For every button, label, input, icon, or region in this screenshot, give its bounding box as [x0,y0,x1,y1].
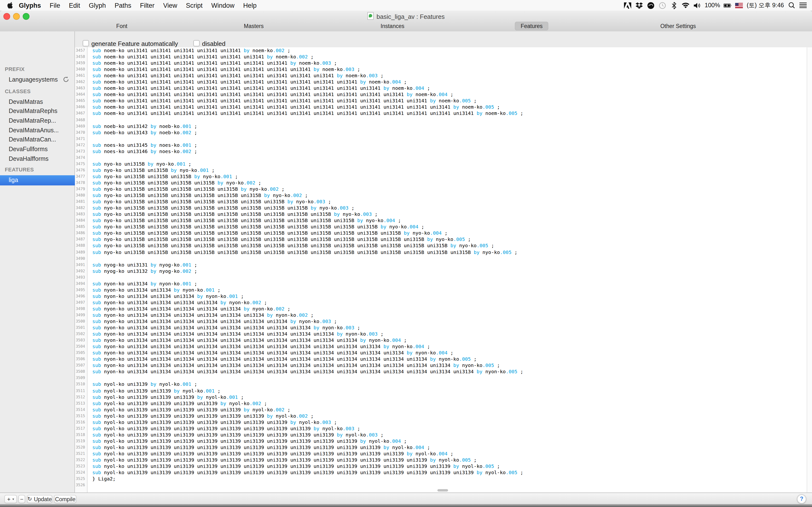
refresh-icon[interactable] [63,76,70,83]
menu-item-glyphs[interactable]: Glyphs [14,2,45,9]
add-feature-button[interactable]: + ▾ [4,495,17,503]
code-line: sub noeb-ko uni3143 by noeb-ko.002 ; [92,129,806,135]
menu-item-edit[interactable]: Edit [64,2,85,9]
line-number-gutter: 3457345834593460346134623463346434653466… [75,47,88,493]
menu-item-help[interactable]: Help [239,2,261,9]
tab-features[interactable]: Features [515,22,549,31]
line-number: 3513 [75,400,87,406]
volume-icon[interactable] [693,1,701,9]
sidebar-item-devafullforms[interactable]: DevaFullforms [0,145,75,154]
line-number: 3483 [75,211,87,217]
notification-center-icon[interactable] [799,1,807,9]
menu-item-glyph[interactable]: Glyph [85,2,110,9]
code-line: sub noem-ko uni3141 uni3141 uni3141 uni3… [92,110,806,117]
code-line: sub nyon-ko uni3134 uni3134 uni3134 uni3… [92,350,806,356]
code-line: sub noem-ko uni3141 uni3141 uni3141 uni3… [92,47,806,54]
code-line: sub noem-ko uni3141 uni3141 uni3141 uni3… [92,98,806,104]
code-line: sub nyol-ko uni3139 uni3139 uni3139 uni3… [92,406,806,412]
tab-masters[interactable]: Masters [238,22,269,31]
line-number: 3501 [75,325,87,331]
spotlight-icon[interactable] [788,1,796,9]
line-number: 3498 [75,306,87,312]
disabled-checkbox[interactable] [193,40,200,46]
code-line: sub nyon-ko uni3134 uni3134 uni3134 uni3… [92,331,806,337]
sidebar-section-classes: CLASSES [5,89,31,94]
code-line: sub noem-ko uni3141 uni3141 uni3141 uni3… [92,72,806,79]
line-number: 3481 [75,199,87,205]
sidebar-item-devaimatrarep-[interactable]: DevaIMatraRep... [0,117,75,125]
code-line: sub nyo-ko uni315B uni315B uni315B by ny… [92,173,806,180]
code-line: sub nyol-ko uni3139 uni3139 uni3139 uni3… [92,400,806,406]
wifi-icon[interactable] [681,1,690,9]
line-number: 3478 [75,180,87,186]
line-number: 3470 [75,129,87,135]
add-feature-label: + [7,496,10,502]
line-number: 3509 [75,375,87,381]
line-number: 3492 [75,268,87,274]
menu-item-view[interactable]: View [159,2,182,9]
sidebar-item-devahalfforms[interactable]: DevaHalfforms [0,155,75,163]
code-line: } Liga2; [92,475,806,482]
time-machine-icon[interactable] [658,1,666,9]
generate-automatically-checkbox[interactable] [83,40,89,46]
vertical-scrollbar[interactable] [807,47,812,493]
menu-bar-clock[interactable]: (토) 오후 9:46 [747,1,784,9]
line-number: 3474 [75,155,87,161]
line-number: 3488 [75,243,87,249]
bluetooth-icon[interactable] [670,1,678,9]
sidebar-item-liga[interactable]: liga [0,175,75,185]
code-line: sub nyol-ko uni3139 uni3139 uni3139 uni3… [92,432,806,438]
code-line: sub nyo-ko uni315B uni315B uni315B uni31… [92,192,806,199]
code-line: sub nyo-ko uni315B uni315B uni315B uni31… [92,186,806,192]
menu-item-script[interactable]: Script [182,2,207,9]
sidebar-item-devaimatrarephs[interactable]: DevaIMatraRephs [0,107,75,115]
code-line: sub noem-ko uni3141 uni3141 uni3141 uni3… [92,104,806,110]
menu-bar-status: 100% [623,1,812,9]
creative-cloud-icon[interactable] [647,1,655,9]
glyphs-window: basic_liga_av : Features FontMastersInst… [0,11,812,507]
line-number: 3506 [75,356,87,362]
dropbox-icon[interactable] [635,1,643,9]
horizontal-scrollbar-thumb[interactable] [438,489,448,492]
menu-item-file[interactable]: File [45,2,65,9]
help-button[interactable]: ? [797,495,806,504]
code-line: sub nyol-ko uni3139 uni3139 uni3139 uni3… [92,412,806,419]
adobe-icon[interactable] [623,1,632,9]
sidebar-item-devaimatracan-[interactable]: DevaIMatraCan... [0,136,75,144]
tab-other-settings[interactable]: Other Settings [654,22,702,31]
code-lines[interactable]: sub noem-ko uni3141 uni3141 uni3141 uni3… [92,47,806,489]
menu-bar: GlyphsFileEditGlyphPathsFilterViewScript… [0,0,812,11]
line-number: 3479 [75,186,87,192]
feature-code-editor[interactable]: 3457345834593460346134623463346434653466… [75,47,812,493]
input-flag-icon[interactable] [735,1,743,9]
line-number: 3512 [75,394,87,400]
line-number: 3462 [75,79,87,85]
code-line [92,135,806,142]
code-line: sub nyo-ko uni315B uni315B uni315B uni31… [92,205,806,211]
tab-font[interactable]: Font [110,22,133,31]
code-line [92,375,806,381]
line-number: 3486 [75,230,87,236]
sidebar-section-features: FEATURES [5,167,34,172]
code-line: sub nyo-ko uni315B by nyo-ko.001 ; [92,161,806,167]
apple-menu-icon[interactable] [6,1,14,9]
menu-item-window[interactable]: Window [207,2,239,9]
tab-instances[interactable]: Instances [375,22,410,31]
line-number: 3520 [75,444,87,451]
menu-item-paths[interactable]: Paths [110,2,136,9]
screen: GlyphsFileEditGlyphPathsFilterViewScript… [0,0,812,507]
code-line: sub noem-ko uni3141 uni3141 uni3141 uni3… [92,54,806,60]
remove-feature-label: − [20,496,23,502]
line-number: 3500 [75,318,87,325]
battery-icon[interactable] [723,1,732,9]
line-number: 3473 [75,148,87,155]
line-number: 3477 [75,173,87,180]
remove-feature-button[interactable]: − [18,495,25,503]
line-number: 3457 [75,47,87,54]
compile-button[interactable]: Compile [54,495,77,503]
update-button[interactable]: ↻ Update [27,495,52,503]
sidebar-item-devaimatras[interactable]: DevaIMatras [0,98,75,106]
menu-item-filter[interactable]: Filter [136,2,159,9]
sidebar-item-devaimatraanus-[interactable]: DevaIMatraAnus... [0,126,75,134]
line-number: 3472 [75,142,87,148]
